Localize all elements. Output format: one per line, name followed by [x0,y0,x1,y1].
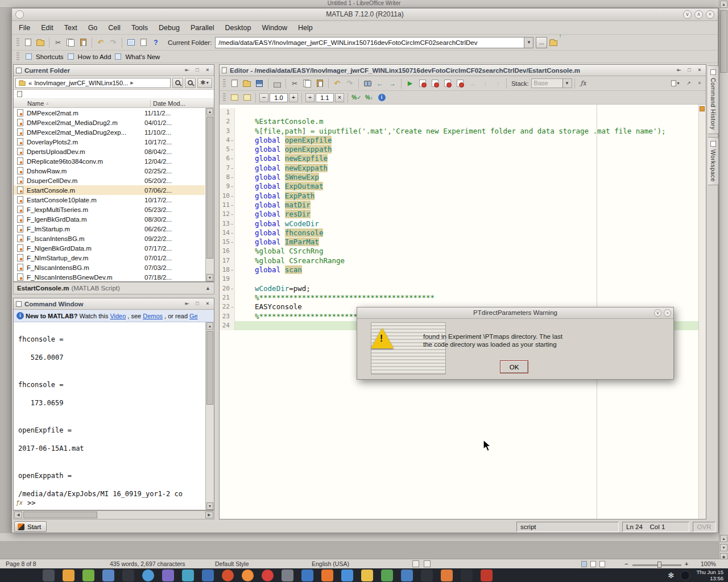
close-panel-icon[interactable]: × [204,300,212,308]
menu-item-desktop[interactable]: Desktop [225,24,251,32]
zoom-in-icon[interactable]: + [685,560,688,567]
multiply-button[interactable]: × [335,93,344,102]
file-row[interactable]: F_NImStartup_dev.m07/01/2... [14,253,205,263]
actions-menu-button[interactable]: ✱▼ [197,78,212,88]
ok-button[interactable]: OK [500,361,528,373]
dialog-titlebar[interactable]: PTdirectParameters Warning ∨ × [357,307,673,319]
redo-button[interactable]: ↷ [344,77,356,90]
toolbar-grip[interactable] [16,52,19,61]
step-button[interactable]: → [466,77,479,90]
guide-button[interactable] [137,36,150,49]
taskbar-app-icon-13[interactable] [282,569,293,581]
code-line[interactable]: 20-wCodeDir=pwd; [220,284,698,293]
taskbar-app-icon-11[interactable] [242,569,254,581]
new-file-button[interactable] [228,77,241,90]
simulink-button[interactable] [125,36,137,49]
file-row[interactable]: F_IscanIntensBG.m09/22/2... [14,234,205,243]
taskbar-app-icon-15[interactable] [321,569,333,581]
taskbar-app-icon-18[interactable] [381,569,393,581]
dock-icon[interactable]: ⇤ [183,66,191,74]
scrollbar-thumb[interactable] [206,117,213,259]
chevron-down-icon[interactable]: ▼ [524,38,533,48]
multi-page-view-icon[interactable] [590,561,596,567]
zoom-percentage[interactable]: 100% [701,560,716,567]
file-row[interactable]: DsuperCellDev.m05/20/2... [14,176,205,185]
toolbar-grip[interactable] [223,79,226,88]
code-line[interactable]: 18-global scan [220,265,698,275]
scroll-up-icon[interactable]: ▲ [206,108,213,115]
scroll-up-icon[interactable]: ▲ [206,322,213,330]
taskbar-app-icon-17[interactable] [361,569,373,581]
command-prompt[interactable]: >> [27,498,35,508]
zoom-slider[interactable] [632,564,681,566]
taskbar-app-icon-12[interactable] [262,569,274,581]
maximize-panel-icon[interactable]: □ [193,300,201,308]
maximize-panel-icon[interactable]: □ [685,66,693,74]
current-folder-header[interactable]: Current Folder ⇤ □ × [14,65,214,76]
file-row[interactable]: F_lexpMultiTseries.m05/23/2... [14,205,205,214]
menu-item-help[interactable]: Help [298,24,313,32]
minimize-icon[interactable]: ∨ [683,10,692,19]
page-count-status[interactable]: Page 8 of 8 [6,560,36,567]
tray-circle-icon[interactable] [680,571,690,580]
go-forward-button[interactable]: → [386,77,399,90]
cell-info-button[interactable]: i [375,92,388,104]
value-field-2[interactable] [316,93,334,102]
file-row[interactable]: F_IgenBkGrdData.m08/30/2... [14,214,205,224]
file-row[interactable]: DReplicate96to384conv.m12/04/2... [14,156,205,166]
toolbar-grip[interactable] [16,38,19,47]
getting-started-link[interactable]: Ge [189,313,198,319]
taskbar-app-icon-23[interactable] [481,569,493,581]
copy-button[interactable] [64,36,77,49]
dialog-minimize-icon[interactable]: ∨ [654,309,661,317]
code-line[interactable]: 1 [220,108,698,117]
code-line[interactable]: 15-global ImParMat [220,238,698,247]
tab-command-history[interactable]: Command History [708,65,719,134]
code-line[interactable]: 11-global matDir [220,201,698,210]
insert-cell-divider-button[interactable] [241,92,253,104]
toolbar-grip[interactable] [223,93,226,102]
fx-icon[interactable]: ƒx [15,498,27,508]
zoom-out-icon[interactable]: − [624,560,628,567]
close-icon[interactable]: × [706,10,714,19]
file-row[interactable]: F_NIscanIntensBGnewDev.m07/18/2... [14,272,205,281]
taskbar-app-icon-14[interactable] [301,569,313,581]
file-row[interactable]: DpertsUploadDev.m08/04/2... [14,147,205,156]
collapse-icon[interactable]: ▲ [205,285,210,291]
warning-marker-icon[interactable] [700,106,705,111]
editor-header[interactable]: Editor - /media/data/EASY/InovImager_jwr… [220,65,706,76]
taskbar-app-icon-5[interactable] [122,569,134,581]
taskbar-app-icon-2[interactable] [63,569,75,581]
scroll-up-icon[interactable]: ▲ [720,1,727,8]
book-view-icon[interactable] [599,561,605,567]
how-to-add-link[interactable]: How to Add [78,53,111,60]
scroll-right-icon[interactable]: ▶ [205,512,213,518]
menu-item-text[interactable]: Text [64,24,77,32]
taskbar-app-icon-20[interactable] [421,569,433,581]
breadcrumb[interactable]: « InovImager_jwrCF_WINLinx150... ▸ [15,78,171,88]
save-button[interactable] [253,77,266,90]
name-column-header[interactable]: Name [14,100,44,107]
tray-snowflake-icon[interactable]: ✻ [668,571,675,580]
menu-item-go[interactable]: Go [88,24,98,32]
menu-item-cell[interactable]: Cell [108,24,121,32]
menu-item-edit[interactable]: Edit [41,24,53,32]
current-folder-combo[interactable]: /media/data/EASY/InovImager_jwrCF_WINLin… [215,37,533,48]
scroll-up-icon[interactable]: ▲ [720,535,727,542]
step-out-button[interactable]: ↑ [491,77,504,90]
run-button[interactable]: ▶ [404,77,416,90]
taskbar-app-icon-22[interactable] [461,569,473,581]
clear-breakpoints-button[interactable] [429,77,441,90]
code-line[interactable]: 8-global SWnewExp [220,173,698,182]
taskbar-app-icon-8[interactable] [182,569,194,581]
file-row[interactable]: DMPexcel2mat_MediaDrug2.m04/01/2... [14,118,205,127]
taskbar-app-icon-6[interactable] [142,569,154,581]
set-breakpoint-button[interactable] [416,77,429,90]
taskbar-app-icon-4[interactable] [102,569,114,581]
taskbar-app-icon-1[interactable] [43,569,55,581]
demos-link[interactable]: Demos [143,313,163,319]
menu-item-window[interactable]: Window [262,24,287,32]
file-row[interactable]: EstartConsole.m07/06/2... [14,185,205,195]
whats-new-link[interactable]: What's New [125,53,160,60]
paste-button[interactable] [77,36,89,49]
